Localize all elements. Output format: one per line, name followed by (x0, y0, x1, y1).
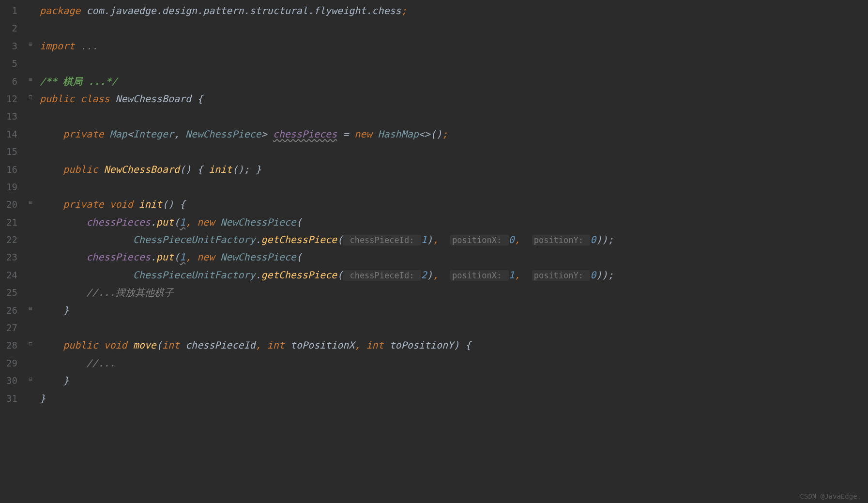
field-ref: chessPieces (86, 251, 150, 263)
fold-icon[interactable]: ⊟ (27, 93, 34, 100)
line-number[interactable]: 5 (0, 55, 24, 72)
method-init: init (139, 198, 162, 210)
line-number[interactable]: 26 (0, 302, 24, 319)
param-hint: positionY: (532, 235, 591, 245)
number-literal: 1 (180, 251, 185, 263)
code-line[interactable]: ChessPieceUnitFactory.getChessPiece( che… (40, 266, 868, 284)
dot: . (151, 216, 156, 228)
line-number[interactable]: 1 (0, 2, 24, 19)
paren-open: ( (296, 216, 302, 228)
package-path: com.javaedge.design.pattern.structural.f… (80, 5, 401, 16)
line-number[interactable]: 15 (0, 143, 24, 160)
code-line[interactable]: } (40, 372, 868, 389)
line-number[interactable]: 28 (0, 336, 24, 354)
number-literal: 1 (509, 269, 515, 281)
type-map: Map (110, 128, 127, 140)
keyword-public: public (63, 164, 98, 175)
code-line[interactable] (40, 143, 868, 160)
line-number[interactable]: 22 (0, 231, 24, 248)
line-number[interactable]: 6 (0, 73, 24, 90)
code-line[interactable] (40, 178, 868, 196)
comma: , (515, 269, 532, 281)
code-line[interactable] (40, 107, 868, 125)
keyword-void: void (104, 339, 127, 351)
code-line[interactable]: private Map<Integer, NewChessPiece> ches… (40, 125, 868, 143)
comment: //...摆放其他棋子 (86, 287, 173, 298)
fold-icon[interactable]: ⊞ (27, 76, 34, 83)
paren-open: ( (337, 269, 343, 281)
call-parens: (); (232, 164, 249, 175)
code-line[interactable]: //...摆放其他棋子 (40, 284, 868, 301)
comma: , (185, 251, 197, 263)
line-number[interactable]: 16 (0, 161, 24, 178)
code-line[interactable]: package com.javaedge.design.pattern.stru… (40, 2, 868, 19)
type-newchesspiece: NewChessPiece (220, 216, 296, 228)
type-newchesspiece: NewChessPiece (220, 251, 296, 263)
paren-open: ( (337, 234, 343, 245)
line-number[interactable]: 23 (0, 248, 24, 266)
keyword-public: public (63, 339, 98, 351)
comma: , (433, 234, 450, 245)
line-number[interactable]: 19 (0, 178, 24, 196)
method-init-call: init (209, 164, 232, 175)
brace-open: { (197, 164, 203, 175)
comment: //... (86, 357, 115, 369)
paren-close: ) (427, 269, 433, 281)
code-editor: 1 2 3 5 6 12 13 14 15 16 19 20 21 22 23 … (0, 0, 868, 503)
javadoc-comment[interactable]: /** 棋局 ...*/ (40, 76, 117, 87)
fold-icon[interactable]: ⊟ (27, 199, 34, 206)
code-line[interactable]: public NewChessBoard() { init(); } (40, 161, 868, 178)
code-line[interactable]: public void move(int chessPieceId, int t… (40, 336, 868, 354)
code-line[interactable] (40, 319, 868, 336)
folded-text[interactable]: ... (75, 40, 98, 52)
line-number[interactable]: 27 (0, 319, 24, 336)
keyword-int: int (267, 339, 285, 351)
keyword-import: import (40, 40, 75, 52)
code-line[interactable]: ChessPieceUnitFactory.getChessPiece( che… (40, 231, 868, 248)
code-line[interactable]: import ... (40, 37, 868, 55)
line-number[interactable]: 20 (0, 196, 24, 213)
line-number[interactable]: 25 (0, 284, 24, 301)
code-area[interactable]: package com.javaedge.design.pattern.stru… (40, 0, 868, 503)
fold-icon[interactable]: ⊟ (27, 305, 34, 312)
line-number[interactable]: 29 (0, 354, 24, 372)
code-line[interactable]: /** 棋局 ...*/ (40, 73, 868, 90)
fold-icon[interactable]: ⊟ (27, 376, 34, 382)
keyword-int: int (162, 339, 180, 351)
param-hint: chessPieceId: (343, 270, 421, 281)
code-line[interactable]: } (40, 302, 868, 319)
number-literal: 0 (590, 234, 596, 245)
keyword-private: private (63, 198, 104, 210)
param-name: toPositionY (390, 339, 454, 351)
fold-icon[interactable]: ⊟ (27, 340, 34, 347)
type-hashmap: HashMap (378, 128, 418, 140)
number-literal: 1 (421, 234, 427, 245)
line-number[interactable]: 12 (0, 90, 24, 107)
dot: . (256, 269, 261, 281)
line-number[interactable]: 3 (0, 37, 24, 55)
line-number[interactable]: 30 (0, 372, 24, 389)
code-line[interactable]: //... (40, 354, 868, 372)
comma: , (354, 339, 366, 351)
line-number[interactable]: 31 (0, 390, 24, 407)
brace-open: { (465, 339, 471, 351)
diamond: <>() (419, 128, 442, 140)
code-line[interactable]: private void init() { (40, 196, 868, 213)
line-number[interactable]: 14 (0, 125, 24, 143)
code-line[interactable]: public class NewChessBoard { (40, 90, 868, 107)
line-number[interactable]: 21 (0, 213, 24, 231)
field-chesspieces: chessPieces (273, 128, 337, 140)
code-line[interactable]: chessPieces.put(1, new NewChessPiece( (40, 213, 868, 231)
line-number[interactable]: 2 (0, 19, 24, 37)
code-line[interactable] (40, 55, 868, 72)
method-put: put (156, 251, 174, 263)
code-line[interactable]: chessPieces.put(1, new NewChessPiece( (40, 248, 868, 266)
code-line[interactable]: } (40, 390, 868, 407)
line-number[interactable]: 13 (0, 107, 24, 125)
fold-icon[interactable]: ⊞ (27, 41, 34, 47)
keyword-public: public (40, 93, 75, 105)
line-number[interactable]: 24 (0, 266, 24, 284)
brace-close: } (63, 305, 69, 316)
close-parens-sc: )); (596, 269, 613, 281)
code-line[interactable] (40, 19, 868, 37)
